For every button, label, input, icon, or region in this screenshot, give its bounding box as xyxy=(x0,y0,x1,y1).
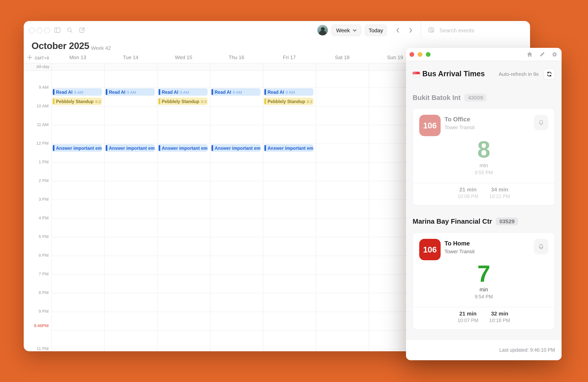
view-selector-button[interactable]: Week xyxy=(331,24,361,36)
hour-label: 9 AM xyxy=(24,85,49,89)
search-events-input[interactable] xyxy=(439,27,518,34)
event-pill[interactable]: Read AI9 AM xyxy=(211,88,261,96)
day-header[interactable]: Tue 14 xyxy=(104,54,157,62)
event-color-bar xyxy=(264,98,266,104)
event-color-bar xyxy=(106,89,107,95)
chevron-down-icon xyxy=(353,29,357,32)
event-title: Answer important em xyxy=(109,146,155,150)
event-title: Pebblely Standup xyxy=(268,99,305,104)
event-pill[interactable]: Read AI9 AM xyxy=(158,88,208,96)
refresh-button[interactable] xyxy=(544,68,555,80)
event-title: Read AI xyxy=(109,90,126,94)
day-header[interactable]: Wed 15 xyxy=(157,54,210,62)
bus-widget-titlebar xyxy=(406,48,562,61)
edit-pencil-icon[interactable] xyxy=(539,51,545,58)
search-icon[interactable] xyxy=(66,27,73,33)
card-divider xyxy=(413,183,555,183)
card-divider xyxy=(413,307,555,307)
hour-label: 7 PM xyxy=(24,272,49,276)
event-color-bar xyxy=(264,145,266,151)
bus-operator: Tower Transit xyxy=(444,249,475,255)
notification-bell-button[interactable] xyxy=(534,115,548,130)
event-time: 9:3 xyxy=(201,99,207,104)
bus-arrival-card[interactable]: 106 To Home Tower Transit 7 min 9:54 PM … xyxy=(413,232,555,330)
user-avatar[interactable] xyxy=(317,25,328,35)
event-pill[interactable]: Answer important em xyxy=(52,144,102,152)
event-pill[interactable]: Answer important em xyxy=(105,144,155,152)
event-pill[interactable]: Answer important em xyxy=(211,144,261,152)
hour-label: 5 PM xyxy=(24,234,49,239)
event-color-bar xyxy=(106,145,107,151)
stop-code-badge: 43009 xyxy=(464,94,487,102)
next-arrival-minutes: 8 xyxy=(413,138,555,161)
window-zoom-button[interactable] xyxy=(44,28,50,33)
bus-widget-header: Bus Arrival Times Auto-refresh in 9s xyxy=(413,68,555,80)
next-week-icon[interactable] xyxy=(408,27,414,33)
event-title: Read AI xyxy=(56,90,73,94)
event-time: 9 AM xyxy=(74,90,84,94)
event-time: 9:3 xyxy=(95,99,101,104)
event-color-bar xyxy=(159,89,160,95)
notification-bell-button[interactable] xyxy=(534,239,548,255)
event-time: 9 AM xyxy=(286,90,295,94)
previous-week-icon[interactable] xyxy=(395,27,401,33)
window-close-button[interactable] xyxy=(29,28,35,33)
later-arrival-time: 10:07 PM xyxy=(458,318,478,324)
day-header[interactable]: Mon 13 xyxy=(51,54,104,62)
singapore-flag-icon xyxy=(413,72,420,77)
event-pill[interactable]: Read AI9 AM xyxy=(105,88,155,96)
event-title: Read AI xyxy=(162,90,178,94)
current-time-label: 9:46PM xyxy=(24,323,49,328)
sidebar-toggle-icon[interactable] xyxy=(54,27,61,33)
today-button[interactable]: Today xyxy=(365,24,387,36)
bell-icon xyxy=(538,243,545,250)
month-title: October 2025 xyxy=(32,41,89,51)
day-header[interactable]: Thu 16 xyxy=(210,54,263,62)
bus-arrival-card[interactable]: 106 To Office Tower Transit 8 min 9:55 P… xyxy=(413,108,555,206)
day-header[interactable]: Sat 18 xyxy=(316,54,369,62)
desktop: Week Today October 2025 Week 42 xyxy=(0,0,588,382)
home-icon[interactable] xyxy=(526,51,533,58)
event-pill[interactable]: Pebblely Standup9:3 xyxy=(52,98,102,105)
later-arrival-time: 10:18 PM xyxy=(489,318,510,324)
bell-icon xyxy=(538,119,545,126)
hour-label: 6 PM xyxy=(24,253,49,257)
event-pill[interactable]: Answer important em xyxy=(264,144,314,152)
next-arrival-minutes: 7 xyxy=(413,262,555,286)
hour-label: 1 PM xyxy=(24,159,49,164)
day-header[interactable]: Fri 17 xyxy=(263,54,316,62)
widget-close-button[interactable] xyxy=(410,52,414,57)
add-timezone-icon[interactable] xyxy=(27,55,32,60)
event-color-bar xyxy=(211,89,213,95)
later-arrival-minutes: 32 min xyxy=(489,310,510,318)
settings-gear-icon[interactable] xyxy=(551,51,558,58)
widget-minimize-button[interactable] xyxy=(418,52,422,57)
event-title: Pebblely Standup xyxy=(56,99,94,104)
hour-label: 9 PM xyxy=(24,309,49,314)
event-pill[interactable]: Read AI9 AM xyxy=(52,88,102,96)
window-minimize-button[interactable] xyxy=(37,28,42,33)
event-time: 9 AM xyxy=(233,90,242,94)
later-arrivals-row: 21 min 10:07 PM 32 min 10:18 PM xyxy=(413,310,555,324)
bus-destination: To Home xyxy=(444,240,470,247)
later-arrival: 32 min 10:18 PM xyxy=(489,310,510,324)
event-pill[interactable]: Answer important em xyxy=(158,144,208,152)
event-color-bar xyxy=(53,98,54,104)
today-button-label: Today xyxy=(369,27,383,33)
hour-label: 4 PM xyxy=(24,215,49,220)
event-pill[interactable]: Read AI9 AM xyxy=(264,88,314,96)
next-arrival-time: 9:55 PM xyxy=(413,170,555,175)
hour-label: 2 PM xyxy=(24,178,49,183)
refresh-icon xyxy=(546,71,552,77)
compose-event-icon[interactable] xyxy=(79,27,85,33)
event-pill[interactable]: Pebblely Standup9:3 xyxy=(264,98,314,105)
event-pill[interactable]: Pebblely Standup9:3 xyxy=(158,98,208,105)
stop-name: Marina Bay Financial Ctr xyxy=(413,217,492,225)
event-color-bar xyxy=(211,145,213,151)
event-title: Read AI xyxy=(215,90,231,94)
stop-name: Bukit Batok Int xyxy=(413,94,461,102)
hour-label: 11 AM xyxy=(24,122,49,127)
event-title: Answer important em xyxy=(215,146,260,150)
search-events-field[interactable] xyxy=(428,26,525,35)
widget-zoom-button[interactable] xyxy=(426,52,431,57)
